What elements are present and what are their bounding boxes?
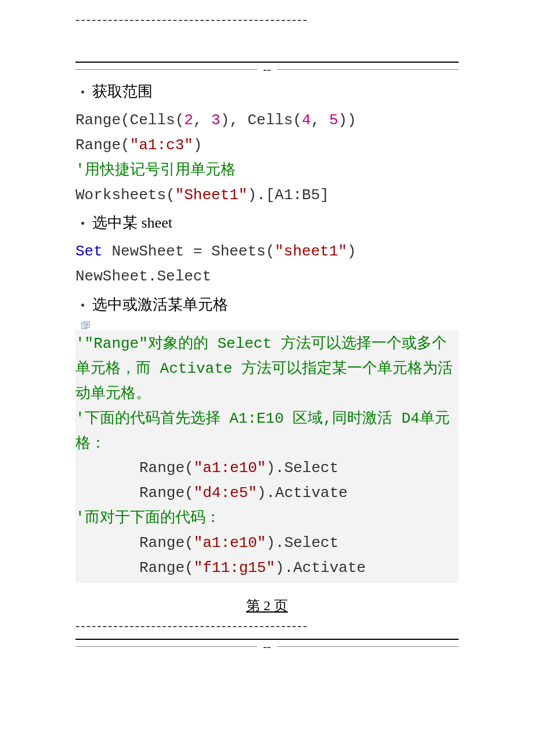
- code-keyword: Set: [75, 243, 103, 260]
- bullet-dot-icon: [81, 304, 84, 307]
- code-frag: NewSheet = Sheets(: [103, 243, 275, 260]
- document-page: ----------------------------------------…: [0, 0, 534, 665]
- code-frag: ), Cells(: [221, 111, 302, 129]
- code-frag: Range(: [139, 559, 194, 577]
- bottom-thin-rule-left: [75, 646, 257, 647]
- bottom-double-dash: --: [263, 640, 270, 653]
- content-area: 获取范围 Range(Cells(2, 3), Cells(4, 5)) Ran…: [75, 80, 459, 618]
- code-frag: ).Activate: [257, 484, 348, 502]
- code-line-range-cells: Range(Cells(2, 3), Cells(4, 5)): [75, 108, 459, 133]
- code-comment-shortcut: '用快捷记号引用单元格: [75, 158, 459, 183]
- code-frag: ).Activate: [275, 559, 366, 577]
- code-string: "d4:e5": [194, 484, 257, 502]
- code-number: 5: [329, 111, 338, 129]
- code-line-range-select-2: Range("a1:e10").Select: [75, 531, 459, 556]
- code-frag: ,: [193, 111, 211, 129]
- code-frag: Range(: [139, 534, 194, 552]
- code-frag: ).Select: [266, 534, 338, 552]
- bottom-thin-rule-right: [277, 646, 459, 647]
- code-number: 2: [184, 111, 193, 129]
- code-string: "sheet1": [275, 243, 347, 260]
- code-string: "a1:e10": [194, 534, 266, 552]
- code-frag: Range(: [139, 484, 194, 502]
- code-line-worksheets: Worksheets("Sheet1").[A1:B5]: [75, 183, 459, 208]
- bullet-label: 获取范围: [92, 80, 153, 105]
- top-double-dash: --: [263, 63, 270, 76]
- code-frag: ): [193, 136, 203, 154]
- bullet-get-range: 获取范围: [75, 80, 459, 105]
- code-number: 3: [211, 111, 221, 129]
- code-comment-range-select: '"Range"对象的的 Select 方法可以选择一个或多个单元格，而 Act…: [75, 332, 459, 406]
- code-line-range-activate-2: Range("f11:g15").Activate: [75, 556, 459, 581]
- top-dash-line: ----------------------------------------…: [75, 12, 459, 27]
- code-frag: Range(Cells(: [75, 111, 184, 129]
- code-comment-example2: '而对于下面的代码：: [75, 506, 459, 531]
- page-number: 第 2 页: [75, 595, 459, 618]
- code-frag: ).[A1:B5]: [247, 186, 329, 204]
- code-line-range-select-1: Range("a1:e10").Select: [75, 456, 459, 481]
- code-frag: Range(: [75, 136, 130, 154]
- code-number: 4: [302, 111, 311, 129]
- code-string: "a1:e10": [194, 459, 266, 477]
- code-string: "Sheet1": [175, 186, 248, 204]
- code-string: "a1:c3": [130, 136, 193, 154]
- code-frag: ,: [311, 111, 329, 129]
- code-frag: Range(: [139, 459, 194, 477]
- code-frag: ): [347, 243, 356, 260]
- code-frag: )): [338, 111, 356, 129]
- bullet-activate-cell: 选中或激活某单元格: [75, 293, 459, 318]
- top-thin-rule-right: [277, 69, 459, 70]
- code-frag: ).Select: [266, 459, 338, 477]
- code-line-newsheet-select: NewSheet.Select: [75, 264, 459, 289]
- bottom-mid-rule: --: [75, 640, 459, 653]
- bullet-select-sheet: 选中某 sheet: [75, 211, 459, 236]
- code-line-set-newsheet: Set NewSheet = Sheets("sheet1"): [75, 239, 459, 264]
- copy-icon: [81, 321, 91, 329]
- code-block-shaded: '"Range"对象的的 Select 方法可以选择一个或多个单元格，而 Act…: [75, 330, 459, 583]
- bullet-label: 选中某 sheet: [92, 211, 172, 236]
- bottom-dash-line: ----------------------------------------…: [75, 618, 459, 633]
- bullet-label: 选中或激活某单元格: [92, 293, 228, 318]
- code-frag: Worksheets(: [75, 186, 175, 204]
- code-string: "f11:g15": [194, 559, 275, 577]
- bullet-dot-icon: [81, 222, 84, 225]
- code-line-range-activate-1: Range("d4:e5").Activate: [75, 481, 459, 506]
- top-mid-rule: --: [75, 63, 459, 76]
- code-line-range-a1c3: Range("a1:c3"): [75, 133, 459, 158]
- bullet-dot-icon: [81, 91, 84, 93]
- top-thin-rule-left: [75, 69, 257, 70]
- code-comment-example1: '下面的代码首先选择 A1:E10 区域,同时激活 D4单元格：: [75, 406, 459, 456]
